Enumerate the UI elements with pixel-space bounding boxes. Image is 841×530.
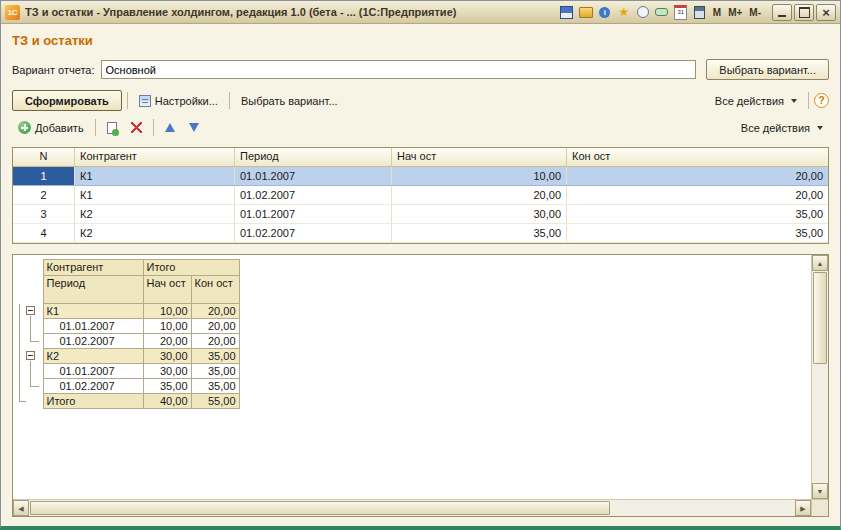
help-button[interactable]: ? xyxy=(814,93,829,108)
report-row[interactable]: Итого40,0055,00 xyxy=(13,394,239,409)
report-header-cell[interactable]: Период xyxy=(43,276,143,304)
variant-input[interactable] xyxy=(101,60,697,79)
report-cell[interactable]: 35,00 xyxy=(191,379,239,394)
all-actions-report-button[interactable]: Все действия xyxy=(709,90,803,111)
titlebar[interactable]: 1С ТЗ и остатки - Управление холдингом, … xyxy=(1,1,840,24)
table-row[interactable]: 1К101.01.200710,0020,00 xyxy=(13,167,828,186)
calculator-icon[interactable] xyxy=(691,4,709,21)
vertical-scrollbar[interactable] xyxy=(811,255,828,499)
report-cell[interactable]: 01.01.2007 xyxy=(43,364,143,379)
all-actions-table-button[interactable]: Все действия xyxy=(735,117,829,138)
horizontal-scroll-thumb[interactable] xyxy=(30,501,610,515)
report-cell[interactable]: 40,00 xyxy=(143,394,191,409)
column-header-contragent[interactable]: Контрагент xyxy=(75,148,235,166)
calendar-icon[interactable] xyxy=(672,4,690,21)
choose-variant-menu-button[interactable]: Выбрать вариант... xyxy=(235,90,344,111)
vertical-scroll-track[interactable] xyxy=(812,365,828,483)
table-cell[interactable]: 30,00 xyxy=(392,205,567,223)
report-cell[interactable]: Итого xyxy=(43,394,143,409)
minimize-button[interactable] xyxy=(772,4,792,21)
scroll-left-button[interactable] xyxy=(13,500,29,516)
column-header-kon-ost[interactable]: Кон ост xyxy=(567,148,828,166)
table-cell[interactable]: 20,00 xyxy=(567,167,828,185)
horizontal-scrollbar[interactable] xyxy=(13,499,811,516)
vertical-scroll-thumb[interactable] xyxy=(813,272,827,364)
report-row[interactable]: К110,0020,00 xyxy=(13,304,239,319)
table-cell[interactable]: К1 xyxy=(75,186,235,204)
report-cell[interactable]: 10,00 xyxy=(143,304,191,319)
table-row[interactable]: 3К201.01.200730,0035,00 xyxy=(13,205,828,224)
report-cell[interactable]: 01.01.2007 xyxy=(43,319,143,334)
save-icon[interactable] xyxy=(558,4,576,21)
report-cell[interactable]: К2 xyxy=(43,349,143,364)
table-cell[interactable]: 2 xyxy=(13,186,75,204)
report-row[interactable]: К230,0035,00 xyxy=(13,349,239,364)
report-cell[interactable]: 30,00 xyxy=(143,364,191,379)
report-header-cell[interactable]: Кон ост xyxy=(191,276,239,304)
report-cell[interactable]: 35,00 xyxy=(191,364,239,379)
table-cell[interactable]: 4 xyxy=(13,224,75,242)
choose-variant-button[interactable]: Выбрать вариант... xyxy=(706,59,829,80)
delete-button[interactable] xyxy=(125,117,148,138)
table-cell[interactable]: 20,00 xyxy=(567,186,828,204)
table-cell[interactable]: 01.02.2007 xyxy=(235,224,392,242)
settings-button[interactable]: Настройки... xyxy=(133,90,224,111)
report-cell[interactable]: 10,00 xyxy=(143,319,191,334)
report-cell[interactable]: 55,00 xyxy=(191,394,239,409)
report-cell[interactable]: 35,00 xyxy=(191,349,239,364)
report-cell[interactable]: 01.02.2007 xyxy=(43,379,143,394)
report-row[interactable]: 01.02.200720,0020,00 xyxy=(13,334,239,349)
table-cell[interactable]: 3 xyxy=(13,205,75,223)
report-cell[interactable]: 20,00 xyxy=(143,334,191,349)
column-header-n[interactable]: N xyxy=(13,148,75,166)
close-button[interactable] xyxy=(816,4,836,21)
history-icon[interactable] xyxy=(634,4,652,21)
scroll-up-button[interactable] xyxy=(812,255,828,271)
column-header-period[interactable]: Период xyxy=(235,148,392,166)
memory-button[interactable]: M xyxy=(710,4,724,20)
report-cell[interactable]: 30,00 xyxy=(143,349,191,364)
add-button[interactable]: Добавить xyxy=(12,117,90,138)
report-row[interactable]: 01.01.200710,0020,00 xyxy=(13,319,239,334)
table-cell[interactable]: 01.01.2007 xyxy=(235,167,392,185)
report-cell[interactable]: 20,00 xyxy=(191,319,239,334)
report-header-cell[interactable]: Контрагент xyxy=(43,260,143,276)
memory-button[interactable]: M- xyxy=(746,4,764,20)
table-row[interactable]: 2К101.02.200720,0020,00 xyxy=(13,186,828,205)
table-row[interactable]: 4К201.02.200735,0035,00 xyxy=(13,224,828,243)
scroll-right-button[interactable] xyxy=(795,500,811,516)
report-header-cell[interactable]: Нач ост xyxy=(143,276,191,304)
table-cell[interactable]: 35,00 xyxy=(567,224,828,242)
generate-button[interactable]: Сформировать xyxy=(12,90,122,111)
report-row[interactable]: 01.02.200735,0035,00 xyxy=(13,379,239,394)
report-cell[interactable]: 20,00 xyxy=(191,304,239,319)
table-cell[interactable]: 35,00 xyxy=(392,224,567,242)
table-cell[interactable]: 35,00 xyxy=(567,205,828,223)
report-header-cell[interactable]: Итого xyxy=(143,260,239,276)
table-cell[interactable]: К2 xyxy=(75,224,235,242)
table-cell[interactable]: 10,00 xyxy=(392,167,567,185)
report-row[interactable]: 01.01.200730,0035,00 xyxy=(13,364,239,379)
memory-button[interactable]: M+ xyxy=(725,4,745,20)
table-cell[interactable]: К1 xyxy=(75,167,235,185)
column-header-nach-ost[interactable]: Нач ост xyxy=(392,148,567,166)
scroll-down-button[interactable] xyxy=(812,483,828,499)
link-icon[interactable] xyxy=(653,4,671,21)
move-down-button[interactable] xyxy=(183,117,205,138)
maximize-button[interactable] xyxy=(794,4,814,21)
info-icon[interactable] xyxy=(596,4,614,21)
horizontal-scroll-track[interactable] xyxy=(611,500,795,516)
copy-button[interactable] xyxy=(101,117,123,138)
report-cell[interactable]: 01.02.2007 xyxy=(43,334,143,349)
open-icon[interactable] xyxy=(577,4,595,21)
report-cell[interactable]: 20,00 xyxy=(191,334,239,349)
table-cell[interactable]: 01.02.2007 xyxy=(235,186,392,204)
collapse-group-icon[interactable] xyxy=(26,306,35,315)
report-cell[interactable]: К1 xyxy=(43,304,143,319)
favorites-icon[interactable] xyxy=(615,4,633,21)
table-cell[interactable]: 1 xyxy=(13,167,75,185)
table-cell[interactable]: К2 xyxy=(75,205,235,223)
report-cell[interactable]: 35,00 xyxy=(143,379,191,394)
table-cell[interactable]: 20,00 xyxy=(392,186,567,204)
collapse-group-icon[interactable] xyxy=(26,351,35,360)
